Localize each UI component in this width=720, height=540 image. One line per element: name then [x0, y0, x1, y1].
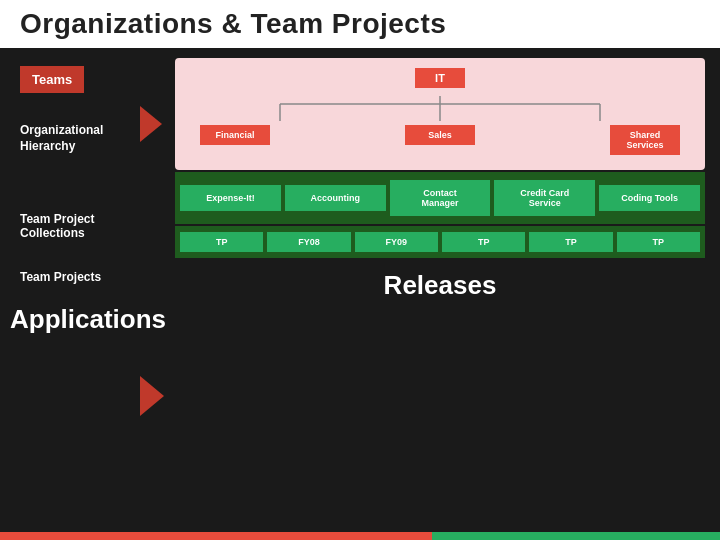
applications-arrow-icon	[140, 376, 164, 416]
sales-node: Sales	[405, 125, 475, 145]
content-area: Teams OrganizationalHierarchy Team Proje…	[0, 48, 720, 536]
slide: Organizations & Team Projects Teams Orga…	[0, 0, 720, 540]
left-labels: Teams OrganizationalHierarchy Team Proje…	[0, 48, 160, 536]
teams-label: Teams	[20, 66, 84, 93]
tp-node-4: TP	[617, 232, 700, 252]
tp-node-fy08: FY08	[267, 232, 350, 252]
tpc-node-coding: Coding Tools	[599, 185, 700, 211]
it-node: IT	[415, 68, 465, 88]
org-connectors-svg	[190, 96, 690, 121]
org-hierarchy-label: OrganizationalHierarchy	[20, 123, 160, 154]
releases-label: Releases	[175, 270, 705, 301]
org-children-row: Financial Sales SharedServices	[190, 125, 690, 155]
title-bar: Organizations & Team Projects	[0, 0, 720, 48]
page-title: Organizations & Team Projects	[20, 8, 446, 39]
org-section: IT Financial Sales SharedServices	[175, 58, 705, 170]
tp-section: TP FY08 FY09 TP TP TP	[175, 226, 705, 258]
tpc-node-expense: Expense-It!	[180, 185, 281, 211]
tpc-section: Expense-It! Accounting ContactManager Cr…	[175, 172, 705, 224]
tp-node-fy09: FY09	[355, 232, 438, 252]
tp-node-1: TP	[180, 232, 263, 252]
tpc-node-accounting: Accounting	[285, 185, 386, 211]
diagram-area: IT Financial Sales SharedServices	[160, 48, 720, 536]
tpc-node-creditcard: Credit CardService	[494, 180, 595, 216]
org-root-row: IT	[190, 68, 690, 88]
team-projects-label: Team Projects	[20, 270, 160, 284]
teams-arrow-icon	[140, 106, 162, 142]
applications-label: Applications	[10, 304, 160, 335]
financial-node: Financial	[200, 125, 270, 145]
team-project-collections-label: Team Project Collections	[20, 212, 160, 240]
shared-services-node: SharedServices	[610, 125, 680, 155]
tp-node-3: TP	[529, 232, 612, 252]
tpc-node-contact: ContactManager	[390, 180, 491, 216]
tp-node-2: TP	[442, 232, 525, 252]
